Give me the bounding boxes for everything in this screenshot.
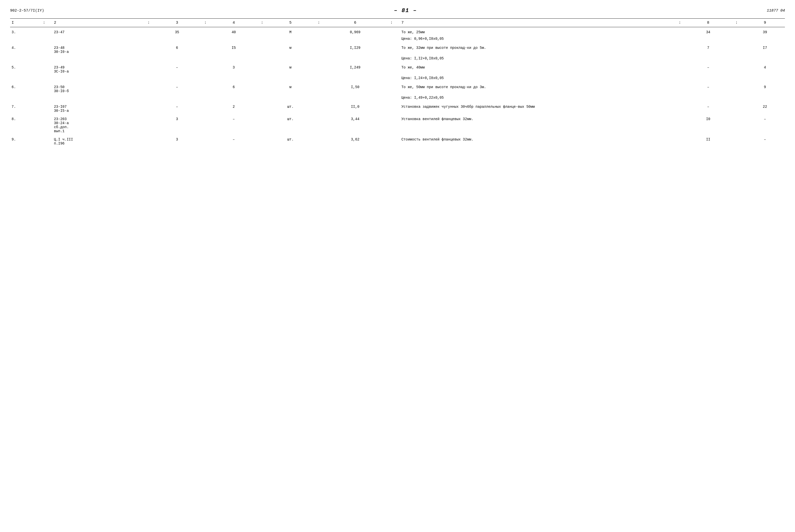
row-col8: I0: [688, 114, 728, 134]
row-col9: 9: [745, 82, 785, 94]
row-col4: 40: [214, 27, 254, 36]
row-col3: –: [157, 82, 197, 94]
main-table: I : 2 : 3 : 4 : 5 : 6 : 7 : 8 : 9 3. 23-…: [10, 19, 785, 147]
row-col7-sub: Цена: I,24+0,I8х0,05: [400, 75, 671, 82]
col-header-2: 2: [52, 19, 140, 27]
row-num: 9.: [10, 134, 36, 147]
row-col5: шт.: [270, 114, 310, 134]
col-header-3: 3: [157, 19, 197, 27]
row-col7-sub: Цена: I,I2+0,I8х0,05: [400, 55, 671, 62]
row-col3: 3: [157, 114, 197, 134]
row-code: 23-49 3С-I0-а: [52, 62, 140, 75]
row-col8: 7: [688, 43, 728, 55]
sep-3: :: [197, 19, 214, 27]
table-row: 6. 23-50 30-I0-б – 6 м I,50 То же, 50мм …: [10, 82, 785, 94]
table-subrow: Цена: 0,96+0,I8х0,05: [10, 36, 785, 43]
row-num: 4.: [10, 43, 36, 55]
row-col9: –: [745, 114, 785, 134]
row-col6: 0,969: [327, 27, 383, 36]
row-col3: 6: [157, 43, 197, 55]
table-subrow: Цена: I,I2+0,I8х0,05: [10, 55, 785, 62]
row-col7-sub: Цена: I,49+0,22х0,05: [400, 94, 671, 102]
row-code: Ц.I ч.III п.I96: [52, 134, 140, 147]
row-col8: –: [688, 82, 728, 94]
row-col9: 22: [745, 102, 785, 114]
row-num: 3.: [10, 27, 36, 36]
row-code: 23-47: [52, 27, 140, 36]
row-col5: шт.: [270, 102, 310, 114]
row-col5: м: [270, 82, 310, 94]
row-code: 23-203 30-24-а сб.доп. вып.1: [52, 114, 140, 134]
row-col5: шт.: [270, 134, 310, 147]
table-row: 7. 23-I07 30-I5-а – 2 шт. II,0 Установка…: [10, 102, 785, 114]
sep-4: :: [254, 19, 271, 27]
row-col5: м: [270, 43, 310, 55]
sep-6: :: [383, 19, 400, 27]
row-col6: 3,44: [327, 114, 383, 134]
row-num: 7.: [10, 102, 36, 114]
row-code: 23-50 30-I0-б: [52, 82, 140, 94]
table-row: 4. 23-48 30-I0-а 6 I5 м I,I29 То же, 32м…: [10, 43, 785, 55]
row-num: 6.: [10, 82, 36, 94]
row-col4: I5: [214, 43, 254, 55]
row-col7-main: То же, 50мм при высоте проклад-ки до 3м.: [400, 82, 671, 94]
page-id: 11877 04: [767, 8, 785, 13]
page-number: – 81 –: [394, 7, 417, 14]
header-row: I : 2 : 3 : 4 : 5 : 6 : 7 : 8 : 9: [10, 19, 785, 27]
row-col4: 3: [214, 62, 254, 75]
table-row: 8. 23-203 30-24-а сб.доп. вып.1 3 – шт. …: [10, 114, 785, 134]
row-col3: –: [157, 102, 197, 114]
row-col7-main: Стоимость вентилей фланцевых 32мм.: [400, 134, 671, 147]
sep-1: :: [36, 19, 52, 27]
row-col9: I7: [745, 43, 785, 55]
row-col6: I,I29: [327, 43, 383, 55]
row-col8: –: [688, 102, 728, 114]
row-col6: II,0: [327, 102, 383, 114]
row-col3: –: [157, 62, 197, 75]
table-row: 5. 23-49 3С-I0-а – 3 м I,249 То же, 40мм…: [10, 62, 785, 75]
col-header-1: I: [10, 19, 36, 27]
row-col6: 3,62: [327, 134, 383, 147]
sep-7: :: [671, 19, 688, 27]
col-header-9: 9: [745, 19, 785, 27]
table-subrow: Цена: I,49+0,22х0,05: [10, 94, 785, 102]
sep-8: :: [728, 19, 745, 27]
row-col9: 39: [745, 27, 785, 36]
row-col4: –: [214, 114, 254, 134]
col-header-7: 7: [400, 19, 671, 27]
row-col9: –: [745, 134, 785, 147]
sep-2: :: [140, 19, 157, 27]
row-num: 5.: [10, 62, 36, 75]
table-row: 3. 23-47 35 40 М 0,969 То же, 25мм 34 39: [10, 27, 785, 36]
page-code: 902-2-57/7I(IY): [10, 8, 44, 13]
row-col8: 34: [688, 27, 728, 36]
row-col8: –: [688, 62, 728, 75]
row-col7-sub: Цена: 0,96+0,I8х0,05: [400, 36, 671, 43]
row-col4: 6: [214, 82, 254, 94]
row-col5: м: [270, 62, 310, 75]
col-header-5: 5: [270, 19, 310, 27]
row-col7-main: То же, 32мм при высоте проклад-ки до 5м.: [400, 43, 671, 55]
row-col4: –: [214, 134, 254, 147]
sep-5: :: [310, 19, 327, 27]
table-row: 9. Ц.I ч.III п.I96 3 – шт. 3,62 Стоимост…: [10, 134, 785, 147]
row-col9: 4: [745, 62, 785, 75]
col-header-6: 6: [327, 19, 383, 27]
row-col6: I,249: [327, 62, 383, 75]
row-code: 23-I07 30-I5-а: [52, 102, 140, 114]
page-header: 902-2-57/7I(IY) – 81 – 11877 04: [10, 7, 785, 14]
row-col3: 3: [157, 134, 197, 147]
row-col7-main: То же, 25мм: [400, 27, 671, 36]
row-num: 8.: [10, 114, 36, 134]
row-col5: М: [270, 27, 310, 36]
row-col6: I,50: [327, 82, 383, 94]
row-col7-main: Установка вентилей фланцевых 32мм.: [400, 114, 671, 134]
col-header-8: 8: [688, 19, 728, 27]
row-col3: 35: [157, 27, 197, 36]
row-code: 23-48 30-I0-а: [52, 43, 140, 55]
row-col8: II: [688, 134, 728, 147]
row-col7-main: Установка задвижек чугунных 30ч6бр парал…: [400, 102, 671, 114]
row-col4: 2: [214, 102, 254, 114]
col-header-4: 4: [214, 19, 254, 27]
table-subrow: Цена: I,24+0,I8х0,05: [10, 75, 785, 82]
